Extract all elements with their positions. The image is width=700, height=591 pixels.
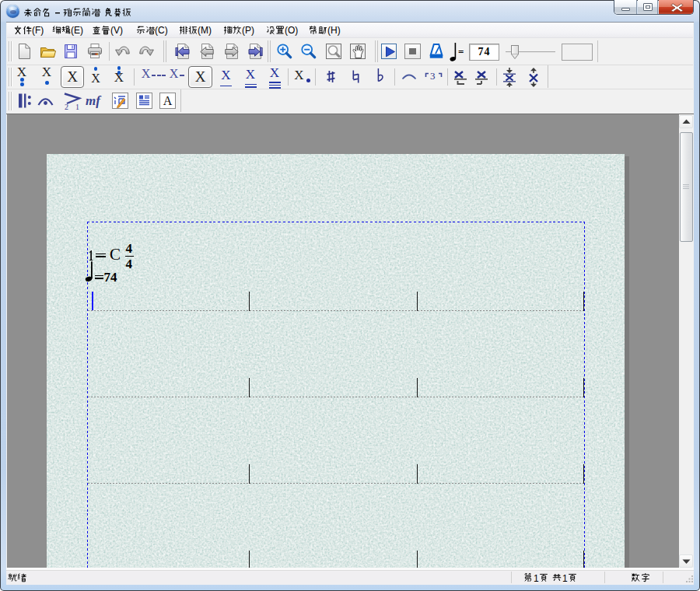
svg-text:(M): (M): [198, 25, 212, 36]
svg-text:(H): (H): [327, 25, 341, 36]
svg-text:(F): (F): [32, 25, 44, 36]
svg-text:3: 3: [430, 70, 436, 80]
svg-text:1: 1: [562, 573, 568, 582]
svg-text:(V): (V): [110, 25, 123, 36]
svg-text:(E): (E): [71, 25, 83, 36]
svg-text:(O): (O): [285, 25, 298, 36]
svg-text:1: 1: [534, 573, 539, 582]
svg-text:(P): (P): [242, 25, 254, 36]
svg-text:(C): (C): [155, 25, 168, 36]
svg-text:1: 1: [75, 103, 79, 110]
svg-text:2: 2: [65, 103, 68, 110]
